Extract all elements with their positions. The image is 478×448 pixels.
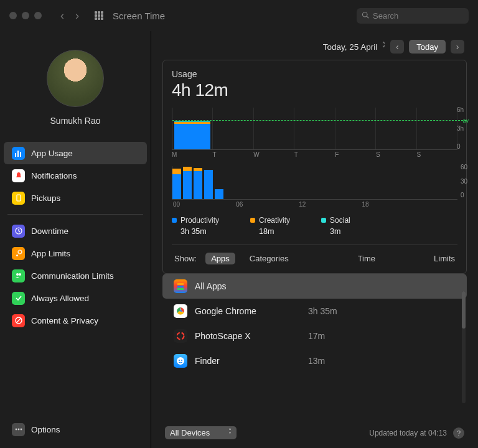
sidebar-item-label: Pickups [31, 194, 60, 203]
chart-legend: Productivity3h 35mCreativity18mSocial3m [172, 216, 457, 236]
tab-apps[interactable]: Apps [205, 253, 235, 264]
app-limits-icon [12, 247, 25, 260]
svg-point-21 [177, 333, 184, 340]
sidebar-item-pickups[interactable]: Pickups [4, 187, 147, 209]
app-name: Finder [195, 356, 301, 366]
chevron-left-icon: ‹ [396, 42, 399, 52]
sidebar-item-app-limits[interactable]: App Limits [4, 242, 147, 264]
svg-rect-7 [16, 254, 18, 256]
search-input[interactable]: Search [357, 8, 469, 24]
svg-rect-4 [20, 152, 21, 157]
help-button[interactable]: ? [453, 427, 464, 439]
hourly-chart: 60300 00061218 [172, 166, 457, 208]
date-label: Today, 25 April [323, 42, 378, 52]
svg-rect-16 [177, 283, 184, 285]
usage-label: Usage [172, 69, 457, 79]
app-name: Google Chrome [195, 306, 301, 316]
maximize-window[interactable] [34, 12, 42, 19]
app-row[interactable]: Finder13m [162, 348, 467, 373]
sidebar-item-label: App Usage [31, 149, 73, 158]
close-window[interactable] [9, 12, 17, 19]
svg-point-14 [17, 429, 19, 431]
date-stepper-icon[interactable]: ˄˅ [382, 43, 385, 50]
col-time: Time [358, 254, 375, 263]
sidebar-item-downtime[interactable]: Downtime [4, 220, 147, 242]
sidebar: Sumukh Rao App Usage Notifications Picku… [0, 31, 151, 448]
svg-point-8 [18, 250, 22, 254]
sidebar-item-label: Always Allowed [31, 294, 89, 303]
next-button[interactable]: › [451, 40, 464, 54]
svg-point-23 [179, 360, 180, 361]
devices-dropdown[interactable]: All Devices ˄˅ [165, 426, 237, 439]
sidebar-item-label: Downtime [31, 226, 68, 236]
footer: All Devices ˄˅ Updated today at 04:13 ? [151, 418, 478, 448]
today-button[interactable]: Today [409, 40, 446, 54]
devices-label: All Devices [170, 428, 210, 437]
tab-categories[interactable]: Categories [244, 253, 294, 264]
prev-button[interactable]: ‹ [390, 40, 404, 54]
sidebar-divider [7, 214, 143, 215]
pickups-icon [12, 192, 25, 205]
app-icon [174, 304, 187, 318]
date-header: Today, 25 April ˄˅ ‹ Today › [151, 31, 478, 60]
legend-item: Social3m [321, 216, 350, 236]
svg-rect-18 [177, 288, 184, 290]
app-row[interactable]: PhotoScape X17m [162, 324, 467, 348]
content-privacy-icon [12, 314, 25, 327]
communication-limits-icon [12, 269, 25, 282]
app-icon [174, 354, 187, 368]
app-row[interactable]: All Apps [162, 274, 467, 299]
dropdown-icon: ˄˅ [228, 429, 232, 437]
app-name: PhotoScape X [195, 331, 301, 341]
window-title: Screen Time [113, 11, 357, 21]
sidebar-item-label: Notifications [31, 171, 77, 180]
minimize-window[interactable] [22, 12, 29, 19]
always-allowed-icon [12, 292, 25, 305]
content: Today, 25 April ˄˅ ‹ Today › Usage 4h 12… [151, 31, 478, 448]
legend-item: Productivity3h 35m [172, 216, 219, 236]
nav-back-icon[interactable]: ‹ [60, 9, 64, 22]
app-name: All Apps [195, 281, 301, 291]
svg-point-9 [16, 273, 19, 276]
window-controls [9, 12, 42, 19]
sidebar-item-always-allowed[interactable]: Always Allowed [4, 287, 147, 309]
scrollbar[interactable] [462, 291, 466, 403]
svg-rect-3 [17, 151, 19, 157]
svg-point-0 [363, 12, 368, 17]
all-prefs-icon[interactable] [95, 11, 103, 20]
show-label: Show: [174, 254, 197, 263]
app-icon [174, 329, 187, 343]
svg-line-1 [367, 16, 368, 18]
svg-rect-5 [17, 195, 21, 201]
chevron-right-icon: › [456, 42, 459, 52]
sidebar-item-communication-limits[interactable]: Communication Limits [4, 264, 147, 287]
profile: Sumukh Rao [0, 31, 151, 138]
weekly-chart: av 6h3h0 MTWTFSS [172, 108, 457, 159]
svg-point-15 [20, 429, 22, 431]
svg-line-12 [16, 318, 21, 323]
app-row[interactable]: Google Chrome3h 35m [162, 299, 467, 324]
svg-point-10 [19, 273, 21, 276]
sidebar-item-label: Content & Privacy [31, 316, 98, 325]
show-tabs: Show: Apps Categories Time Limits [172, 245, 457, 269]
app-time: 17m [308, 331, 325, 341]
avatar[interactable] [47, 50, 104, 107]
sidebar-item-content-privacy[interactable]: Content & Privacy [4, 309, 147, 332]
search-icon [362, 11, 369, 21]
app-list: All AppsGoogle Chrome3h 35mPhotoScape X1… [162, 274, 467, 373]
sidebar-item-options[interactable]: Options [4, 418, 147, 441]
notifications-icon [12, 169, 25, 182]
svg-point-13 [15, 429, 17, 431]
profile-name: Sumukh Rao [50, 116, 101, 126]
sidebar-item-label: Communication Limits [31, 271, 114, 281]
app-time: 13m [308, 356, 325, 366]
usage-total: 4h 12m [172, 80, 457, 100]
nav-forward-icon[interactable]: › [75, 9, 79, 22]
sidebar-item-notifications[interactable]: Notifications [4, 164, 147, 187]
svg-point-22 [177, 357, 184, 365]
sidebar-item-label: App Limits [31, 249, 70, 258]
col-limits: Limits [434, 254, 455, 263]
app-usage-icon [12, 147, 25, 160]
downtime-icon [12, 225, 25, 238]
sidebar-item-app-usage[interactable]: App Usage [4, 142, 147, 164]
